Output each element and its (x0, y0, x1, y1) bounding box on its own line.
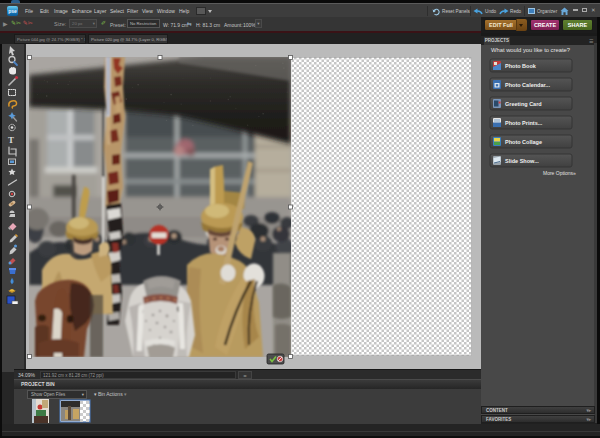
svg-text:Photo Collage: Photo Collage (505, 139, 542, 145)
svg-text:Photo Prints...: Photo Prints... (505, 120, 543, 126)
svg-text:Slide Show...: Slide Show... (505, 158, 539, 164)
svg-text:Photo Calendar...: Photo Calendar... (505, 82, 550, 88)
svg-text:Photo Book: Photo Book (505, 63, 537, 69)
svg-text:»: » (573, 170, 576, 176)
svg-text:More Options: More Options (543, 170, 574, 176)
svg-text:T: T (8, 135, 14, 145)
svg-text:Greeting Card: Greeting Card (505, 101, 542, 107)
